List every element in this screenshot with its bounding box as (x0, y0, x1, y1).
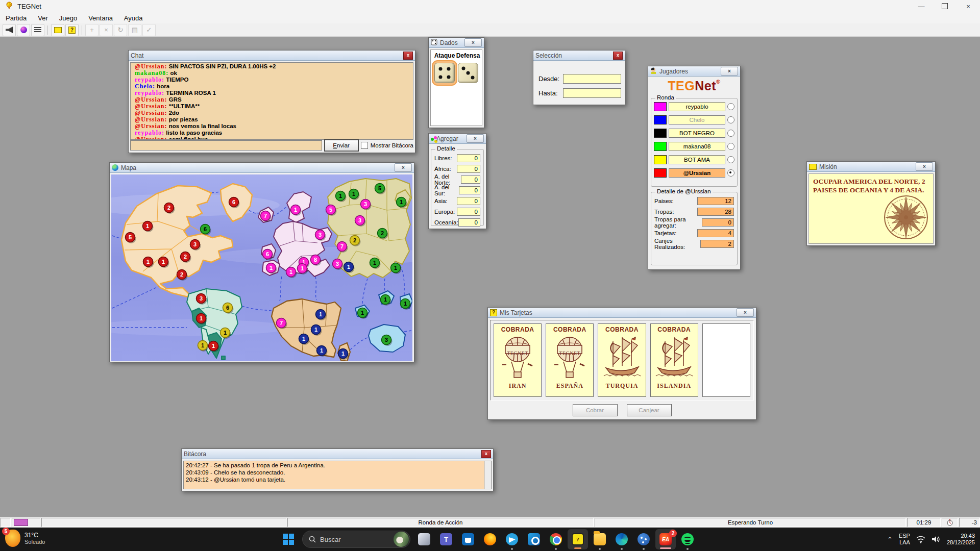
tray-chevron-icon[interactable]: ⌃ (887, 536, 893, 543)
player-turn-radio[interactable] (727, 169, 734, 177)
close-button[interactable]: × (957, 0, 980, 12)
player-row[interactable]: BOT AMA (654, 155, 734, 165)
teams-app-icon[interactable]: T (436, 529, 456, 549)
world-map[interactable]: 2156321126713618111511531322731113611117… (111, 174, 412, 361)
widgets-app-icon[interactable] (414, 529, 434, 549)
svg-text:6: 6 (232, 199, 235, 205)
player-row[interactable]: Chelo (654, 115, 734, 125)
store-app-icon[interactable] (458, 529, 478, 549)
search-highlight-image[interactable] (394, 532, 409, 547)
to-input[interactable] (563, 88, 621, 98)
log-line: 20:42:27 - Se ha pasado 1 tropa de Peru … (186, 462, 489, 469)
menu-ventana[interactable]: Ventana (83, 13, 118, 23)
svg-text:5: 5 (378, 185, 381, 191)
show-log-checkbox[interactable] (361, 142, 368, 149)
canjear-button[interactable]: Canjear (627, 404, 672, 416)
map-close-icon[interactable]: × (395, 163, 412, 172)
map-titlebar[interactable]: Mapa × (110, 163, 414, 173)
spotify-app-icon[interactable] (677, 529, 698, 549)
chat-message: reypablo: TIEMPO (135, 77, 412, 83)
country-card[interactable]: COBRADATEGNETESPAÑA (546, 323, 594, 397)
detail-value: 28 (697, 208, 734, 216)
outlook-app-icon[interactable] (524, 529, 544, 549)
language-indicator[interactable]: ESPLAA (899, 533, 910, 546)
player-turn-radio[interactable] (727, 130, 734, 137)
add-troops-icon[interactable]: + (85, 24, 99, 36)
telegram-app-icon[interactable] (502, 529, 522, 549)
log-body[interactable]: 20:42:27 - Se ha pasado 1 tropa de Peru … (183, 461, 492, 489)
games-app-icon[interactable] (633, 529, 654, 549)
players-titlebar[interactable]: Jugadores × (648, 66, 740, 77)
chat-input[interactable] (130, 140, 322, 151)
chrome-app-icon[interactable] (546, 529, 566, 549)
dice-close-icon[interactable]: × (464, 38, 482, 47)
explorer-app-icon[interactable] (590, 529, 610, 549)
cobrar-button[interactable]: Cobrar (573, 404, 618, 416)
country-card[interactable]: COBRADATEGNETIRAN (494, 323, 542, 397)
player-row[interactable]: @Urssian (654, 168, 734, 178)
menu-bar: PartidaVerJuegoVentanaAyuda (0, 12, 980, 24)
send-button[interactable]: Enviar (325, 140, 358, 151)
regroup-icon[interactable]: ↻ (114, 24, 127, 36)
player-turn-radio[interactable] (727, 156, 734, 163)
player-row[interactable]: makana08 (654, 141, 734, 152)
clock-widget[interactable]: 20:43 28/12/2025 (947, 533, 975, 546)
edge-app-icon[interactable] (611, 529, 632, 549)
toolbar-separator (47, 26, 48, 35)
chat-message-list[interactable]: @Urssian: SIN PACTOS SIN PZI, DURA 1.00H… (130, 62, 413, 140)
card-country: ESPAÑA (556, 382, 583, 390)
chat-close-icon[interactable]: x (403, 52, 413, 60)
start-button[interactable] (278, 529, 299, 549)
log-close-icon[interactable]: x (481, 450, 491, 458)
list-icon[interactable] (31, 24, 44, 36)
player-turn-radio[interactable] (727, 143, 734, 150)
attack-icon[interactable]: × (100, 24, 113, 36)
sound-icon[interactable] (3, 24, 16, 36)
dice-titlebar[interactable]: Dados × (429, 38, 484, 48)
detail-label: Paises: (654, 198, 674, 204)
confirm-icon[interactable]: ✓ (142, 24, 156, 36)
connect-icon[interactable] (17, 24, 30, 36)
region-value: 0 (458, 218, 480, 227)
search-box[interactable]: Buscar (302, 531, 410, 548)
from-input[interactable] (563, 74, 621, 84)
firefox-app-icon[interactable] (480, 529, 500, 549)
menu-partida[interactable]: Partida (0, 13, 32, 23)
defense-die[interactable] (456, 61, 480, 85)
attack-die[interactable] (433, 61, 456, 85)
mission-titlebar[interactable]: Misión × (807, 162, 935, 172)
app-titlebar: TEGNet — × (0, 0, 980, 13)
menu-juego[interactable]: Juego (54, 13, 83, 23)
cards-titlebar[interactable]: ? Mis Tarjetas × (488, 308, 756, 318)
add-troops-close-icon[interactable]: × (467, 134, 484, 143)
log-scrollbar[interactable] (484, 461, 491, 489)
tegnet-app-icon[interactable]: ? (568, 529, 588, 549)
menu-ayuda[interactable]: Ayuda (118, 13, 149, 23)
weather-widget[interactable]: 5 31°C Soleado (5, 530, 45, 547)
player-row[interactable]: reypablo (654, 102, 734, 112)
minimize-button[interactable]: — (910, 0, 933, 12)
cards-icon[interactable]: ? (65, 24, 79, 36)
country-card[interactable]: COBRADATURQUIA (598, 323, 646, 397)
player-turn-radio[interactable] (727, 103, 734, 110)
chat-window-icon[interactable] (51, 24, 64, 36)
player-turn-radio[interactable] (727, 116, 734, 123)
players-close-icon[interactable]: × (721, 67, 738, 76)
menu-ver[interactable]: Ver (32, 13, 54, 23)
selection-titlebar[interactable]: Selección x (533, 51, 625, 61)
log-titlebar[interactable]: Bitácora x (182, 449, 493, 459)
take-card-icon[interactable]: ▤ (128, 24, 141, 36)
wifi-icon[interactable] (916, 535, 925, 543)
ea-app-icon[interactable]: EA2 (655, 529, 676, 549)
player-row[interactable]: BOT NEGRO (654, 128, 734, 138)
to-row: Hasta: (538, 88, 621, 98)
maximize-button[interactable] (933, 0, 957, 12)
volume-icon[interactable] (932, 535, 941, 543)
country-card[interactable]: COBRADAISLANDIA (650, 323, 698, 397)
chat-titlebar[interactable]: Chat x (129, 51, 415, 61)
player-name: reypablo (669, 102, 725, 111)
selection-close-icon[interactable]: x (613, 52, 623, 60)
mission-close-icon[interactable]: × (916, 162, 933, 171)
cards-close-icon[interactable]: × (737, 308, 754, 317)
add-troops-titlebar[interactable]: Agregar × (429, 134, 486, 144)
